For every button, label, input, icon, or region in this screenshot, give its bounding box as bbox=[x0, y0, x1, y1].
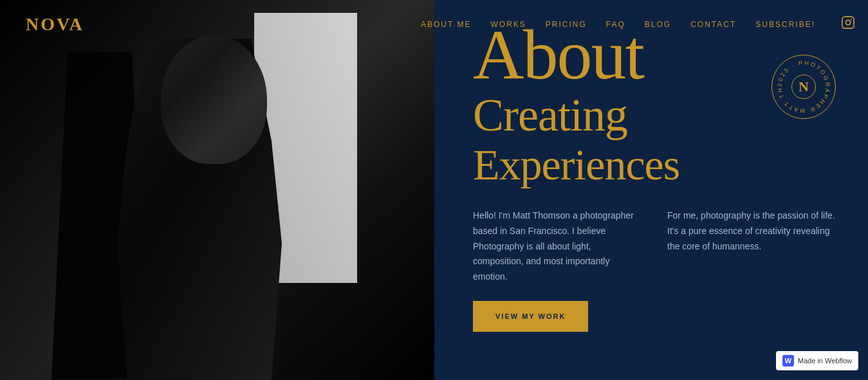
nav-blog[interactable]: BLOG bbox=[645, 20, 671, 29]
nav-works[interactable]: WORKS bbox=[490, 20, 526, 29]
svg-point-2 bbox=[851, 19, 852, 20]
right-panel: 2023 · PHOTOGRAPHER MATT THOMSON · N Abo… bbox=[434, 0, 868, 380]
nav-contact[interactable]: CONTACT bbox=[690, 20, 736, 29]
page-wrapper: 2023 · PHOTOGRAPHER MATT THOMSON · N Abo… bbox=[0, 0, 868, 380]
hero-content: About Creating Experiences Hello! I'm Ma… bbox=[473, 19, 836, 332]
hero-title-line3: Experiences bbox=[473, 141, 836, 189]
svg-point-1 bbox=[845, 20, 850, 24]
site-logo[interactable]: NOVA bbox=[26, 14, 84, 35]
nav-pricing[interactable]: PRICING bbox=[546, 20, 587, 29]
nav-about-me[interactable]: ABOUT ME bbox=[421, 20, 471, 29]
hero-title-line2: Creating bbox=[473, 90, 836, 141]
logo-area: NOVA bbox=[0, 14, 421, 35]
desc-col-right: For me, photography is the passion of li… bbox=[667, 208, 836, 285]
svg-rect-0 bbox=[842, 17, 854, 28]
view-work-button[interactable]: VIEW MY WORK bbox=[473, 301, 588, 332]
instagram-icon[interactable] bbox=[841, 15, 855, 33]
person-head bbox=[161, 35, 267, 164]
webflow-label: Made in Webflow bbox=[798, 357, 852, 365]
navbar: NOVA ABOUT ME WORKS PRICING FAQ BLOG CON… bbox=[0, 0, 868, 48]
description-columns: Hello! I'm Matt Thomson a photographer b… bbox=[473, 208, 836, 285]
webflow-badge: W Made in Webflow bbox=[776, 351, 858, 370]
nav-faq[interactable]: FAQ bbox=[606, 20, 625, 29]
desc-left-text: Hello! I'm Matt Thomson a photographer b… bbox=[473, 208, 642, 285]
photo-panel bbox=[0, 0, 434, 380]
nav-links: ABOUT ME WORKS PRICING FAQ BLOG CONTACT … bbox=[421, 15, 868, 33]
desc-col-left: Hello! I'm Matt Thomson a photographer b… bbox=[473, 208, 642, 285]
photo-background bbox=[0, 0, 434, 380]
desc-right-text: For me, photography is the passion of li… bbox=[667, 208, 836, 254]
nav-subscribe[interactable]: SUBSCRIBE! bbox=[755, 20, 815, 29]
webflow-icon: W bbox=[782, 355, 794, 366]
